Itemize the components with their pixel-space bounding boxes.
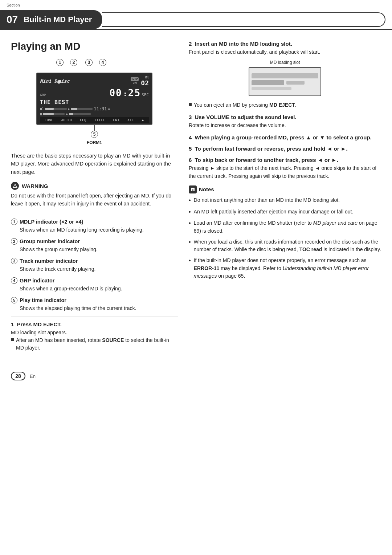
circle-1: 1 <box>11 219 17 225</box>
left-column: Playing an MD 1 2 3 <box>11 41 178 357</box>
circle-5: 5 <box>11 297 17 303</box>
notes-icon <box>189 185 197 193</box>
note-text-3: Load an MD after confirming the MD shutt… <box>194 219 381 235</box>
xm-indicator: ×M <box>133 81 137 85</box>
step-2: 2 Insert an MD into the MD loading slot.… <box>189 41 381 109</box>
indicator-4-desc: Shows when a group-recorded MD is playin… <box>20 285 178 293</box>
note-text-1: Do not insert anything other than an MD … <box>194 196 340 205</box>
header-right-area <box>102 12 385 27</box>
slot-row <box>252 80 318 85</box>
note-item-4: • When you load a disc, this unit reads … <box>189 238 381 254</box>
divider <box>11 214 178 214</box>
step-1-num: 1 <box>11 321 14 327</box>
indicator-1-label: MDLP indicator (×2 or ×4) <box>20 219 83 225</box>
func-item-att: ATT <box>127 118 134 122</box>
indicator-3-label: Track number indicator <box>20 258 78 264</box>
notes-title: Notes <box>189 185 381 193</box>
page-footer: 28 En <box>0 368 392 384</box>
header-section-block: 07 Built-in MD Player <box>0 10 102 29</box>
indicator-1: 1 MDLP indicator (×2 or ×4) Shows when a… <box>11 219 178 234</box>
step-3-label: Use VOLUME to adjust the sound level. <box>195 114 297 120</box>
callout-5-area: 5 <box>91 125 98 138</box>
svg-rect-2 <box>192 189 193 190</box>
indicator-4-label: GRP indicator <box>20 278 54 283</box>
step-3-num: 3 <box>189 114 192 120</box>
step-3: 3 Use VOLUME to adjust the sound level. … <box>189 114 381 130</box>
indicator-4-title: 4 GRP indicator <box>11 277 178 284</box>
step-4-num: 4 <box>189 134 192 140</box>
indicator-2-title: 2 Group number indicator <box>11 238 178 245</box>
md-title: THE BEST <box>40 99 149 106</box>
warning-title: ⚠ WARNING <box>11 182 178 190</box>
circle-2: 2 <box>11 238 17 245</box>
callout-3: 3 <box>85 59 93 66</box>
note-item-3: • Load an MD after confirming the MD shu… <box>189 219 381 235</box>
slot-inner-2 <box>286 81 305 85</box>
md-screen-row1: Mini D⬤isc GRP ×M TRK 02 <box>40 76 149 87</box>
right-column: 2 Insert an MD into the MD loading slot.… <box>189 41 381 357</box>
step-3-desc: Rotate to increase or decrease the volum… <box>189 122 381 130</box>
page-content: Playing an MD 1 2 3 <box>0 30 392 364</box>
indicator-5-desc: Shows the elapsed playing time of the cu… <box>20 305 178 312</box>
progress-bar2 <box>71 108 93 110</box>
svg-rect-1 <box>192 189 193 189</box>
warning-label: WARNING <box>22 183 48 189</box>
note-bullet-3: • <box>189 219 191 235</box>
indicator-3-desc: Shows the track currently playing. <box>20 265 178 273</box>
indicator-1-desc: Shows when an MD featuring long recordin… <box>20 226 178 234</box>
step-4-title: 4 When playing a group-recorded MD, pres… <box>189 134 381 140</box>
callout-1: 1 <box>56 59 64 66</box>
note-item-2: • An MD left partially inserted after ej… <box>189 208 381 217</box>
step-5-label: To perform fast forward or reverse, pres… <box>195 146 348 152</box>
step-2-num: 2 <box>189 41 192 47</box>
time-minutes: 25 <box>128 87 141 98</box>
step-6-desc: Pressing ► skips to the start of the nex… <box>189 164 381 180</box>
divider-2 <box>11 317 178 317</box>
indicator-1-title: 1 MDLP indicator (×2 or ×4) <box>11 219 178 225</box>
func-item-arrow: ▶ <box>142 118 144 122</box>
indicator-4: 4 GRP indicator Shows when a group-recor… <box>11 277 178 293</box>
notes-label: Notes <box>199 186 214 192</box>
step-1: 1 Press MD EJECT. MD loading slot appear… <box>11 321 178 352</box>
track-number-display: 02 <box>141 79 149 87</box>
progress-bar4 <box>69 113 91 115</box>
step-5: 5 To perform fast forward or reverse, pr… <box>189 146 381 152</box>
md-bar-row2: ■ ◆ <box>40 112 149 116</box>
note-text-5: If the built-in MD player does not opera… <box>194 257 381 280</box>
section-number: 07 <box>7 14 18 25</box>
slot-line-2 <box>252 87 291 90</box>
progress-bar3 <box>43 113 65 115</box>
md-display-diagram: 1 2 3 4 <box>11 59 178 145</box>
step-1-bullet: After an MD has been inserted, rotate SO… <box>11 336 178 352</box>
note-bullet-4: • <box>189 238 191 254</box>
clock-mark: ▪ <box>108 107 110 111</box>
md-bar-row1: ■1 ◆ 11:31 ▪ <box>40 106 149 111</box>
warning-box: ⚠ WARNING Do not use with the front pane… <box>11 182 178 208</box>
step-1-desc: MD loading slot appears. <box>11 329 178 337</box>
time-display: 00 : 25 SEC <box>109 87 149 98</box>
md-trk-info: GRP ×M TRK 02 <box>131 76 149 87</box>
step-1-label: Press MD EJECT. <box>17 321 62 327</box>
progress-bar1 <box>45 108 67 110</box>
func-item-eeq: EEQ <box>80 118 86 122</box>
note-bullet-5: • <box>189 256 191 280</box>
page-header: 07 Built-in MD Player <box>0 10 392 30</box>
bullet-icon <box>11 338 14 341</box>
step-1-bullet-text: After an MD has been inserted, rotate SO… <box>16 336 178 352</box>
bar-marker1: ◆ <box>68 107 70 111</box>
md-slot-label: MD loading slot <box>270 60 300 65</box>
page-number-badge: 28 <box>11 372 25 380</box>
callout-5: 5 <box>91 131 98 138</box>
indicator-2-desc: Shows the group currently playing. <box>20 246 178 253</box>
callout-2: 2 <box>70 59 77 66</box>
md-func-row: FUNC AUDIO EEQ TITLE ENT ATT ▶ <box>40 117 149 123</box>
intro-text: These are the basic steps necessary to p… <box>11 152 178 176</box>
language-label: En <box>30 374 36 379</box>
step-2-label: Insert an MD into the MD loading slot. <box>195 41 292 47</box>
note-bullet-2: • <box>189 208 191 217</box>
indicator-3-title: 3 Track number indicator <box>11 258 178 264</box>
func-item-title: TITLE <box>94 118 105 122</box>
page-title: Built-in MD Player <box>24 15 92 24</box>
func-item-audio: AUDIO <box>61 118 72 122</box>
step-1-title: 1 Press MD EJECT. <box>11 321 178 327</box>
